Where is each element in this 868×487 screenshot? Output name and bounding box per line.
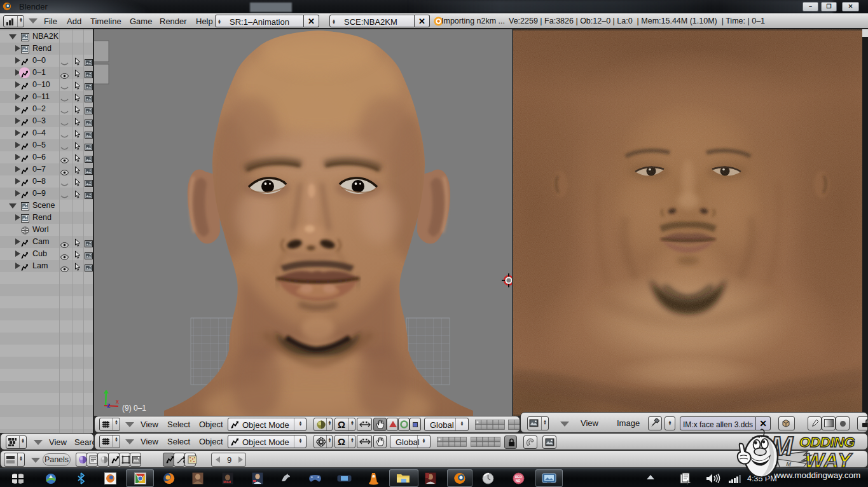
svg-text:M: M — [786, 461, 792, 468]
svg-text:z: z — [107, 401, 111, 409]
svg-text:x: x — [116, 398, 119, 405]
svg-text:NO: NO — [516, 479, 521, 483]
svg-text:ODDING: ODDING — [799, 434, 855, 450]
svg-text:WAY: WAY — [805, 449, 853, 472]
svg-text:(9) 0–1: (9) 0–1 — [122, 404, 146, 413]
svg-text:Mad: Mad — [223, 480, 231, 484]
svg-text:www.moddingway.com: www.moddingway.com — [773, 470, 860, 480]
